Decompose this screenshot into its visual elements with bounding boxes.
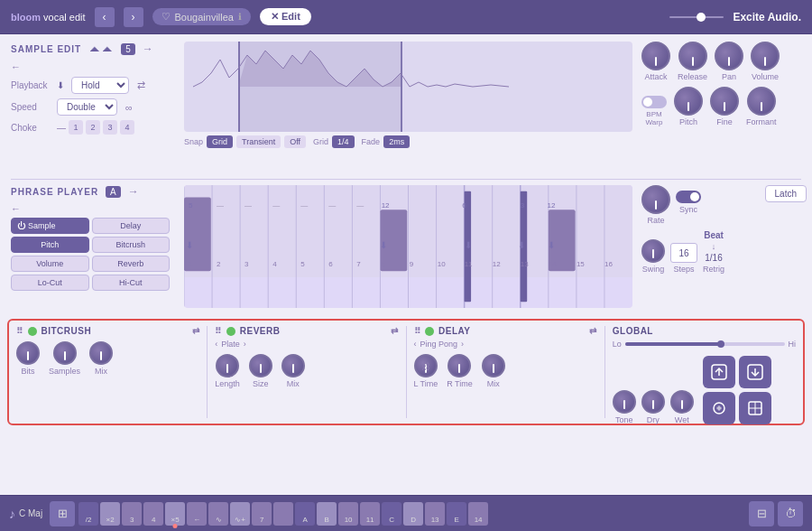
note-key-3[interactable]: 3 bbox=[122, 502, 142, 526]
note-key-plus[interactable]: ∿+ bbox=[230, 502, 250, 526]
reverb-active-dot[interactable] bbox=[226, 327, 235, 336]
delay-mix-knob[interactable] bbox=[482, 354, 505, 377]
delay-next-btn[interactable]: › bbox=[461, 340, 464, 349]
note-key-div2[interactable]: /2 bbox=[78, 502, 98, 526]
global-slider-thumb[interactable] bbox=[717, 340, 724, 348]
transient-snap-btn[interactable]: Transient bbox=[236, 135, 281, 148]
bitcrush-dots: ⠿ bbox=[16, 326, 23, 336]
playback-down-icon: ⬇ bbox=[57, 80, 64, 90]
note-key-C[interactable]: C bbox=[382, 502, 401, 526]
global-icon-2[interactable] bbox=[739, 356, 771, 388]
phrase-hicut-btn[interactable]: Hi-Cut bbox=[92, 275, 171, 291]
delay-settings-icon[interactable]: ⇄ bbox=[589, 326, 597, 336]
wet-knob[interactable] bbox=[670, 390, 694, 414]
formant-label: Formant bbox=[746, 117, 777, 126]
sample-arrow-right[interactable]: → bbox=[143, 42, 153, 55]
note-key-E[interactable]: E bbox=[447, 502, 466, 526]
edit-button[interactable]: ✕ Edit bbox=[260, 8, 311, 25]
delay-prev-btn[interactable]: ‹ bbox=[414, 340, 417, 349]
phrase-sample-btn[interactable]: ⏻ Sample bbox=[11, 218, 89, 234]
note-key-7[interactable]: 7 bbox=[252, 502, 272, 526]
phrase-delay-btn[interactable]: Delay bbox=[92, 218, 171, 234]
swing-knob[interactable] bbox=[641, 239, 665, 263]
bits-knob[interactable] bbox=[16, 341, 40, 365]
phrase-reverb-btn[interactable]: Reverb bbox=[92, 256, 171, 272]
choke-4[interactable]: 4 bbox=[120, 120, 134, 135]
phrase-bitcrush-btn[interactable]: Bitcrush bbox=[92, 237, 171, 253]
reverb-size-knob[interactable] bbox=[249, 354, 272, 377]
fine-knob[interactable] bbox=[710, 87, 739, 116]
reverb-length-knob[interactable] bbox=[216, 354, 239, 377]
sync-toggle[interactable] bbox=[676, 191, 701, 203]
note-key-A[interactable]: A bbox=[295, 502, 315, 526]
phrase-pitch-btn[interactable]: Pitch bbox=[11, 237, 89, 253]
svg-text:1: 1 bbox=[189, 260, 193, 268]
global-icon-4[interactable] bbox=[739, 392, 771, 424]
pan-knob[interactable] bbox=[715, 42, 743, 70]
fade-value-btn[interactable]: 2ms bbox=[383, 135, 410, 148]
note-key-x5[interactable]: ×5 bbox=[165, 502, 185, 526]
master-slider[interactable] bbox=[669, 16, 724, 18]
note-key-11[interactable]: 11 bbox=[360, 502, 380, 526]
formant-knob[interactable] bbox=[747, 87, 776, 116]
bpm-warp-toggle[interactable] bbox=[641, 96, 667, 108]
global-slider[interactable] bbox=[625, 342, 785, 346]
grid-icon[interactable]: ⊞ bbox=[50, 501, 75, 526]
phrase-volume-btn[interactable]: Volume bbox=[11, 256, 89, 272]
svg-text:6: 6 bbox=[462, 201, 466, 210]
release-knob[interactable] bbox=[678, 42, 707, 70]
grid-value-btn[interactable]: 1/4 bbox=[332, 135, 355, 148]
note-key-B[interactable]: B bbox=[317, 502, 337, 526]
arrow-left-icon[interactable]: ← bbox=[11, 61, 21, 72]
tone-knob[interactable] bbox=[613, 390, 636, 414]
global-icon-3[interactable] bbox=[703, 392, 735, 424]
speed-dropdown[interactable]: DoubleHalfNormal bbox=[57, 98, 117, 116]
note-key-8[interactable] bbox=[273, 502, 293, 526]
phrase-player-section: PHRASE PLAYER A → ← ⏻ Sample Delay Pitch… bbox=[0, 180, 812, 313]
choke-3[interactable]: 3 bbox=[103, 120, 117, 135]
loop-icon[interactable]: ∞ bbox=[125, 102, 133, 113]
nav-forward-button[interactable]: › bbox=[124, 7, 143, 27]
note-key-4[interactable]: 4 bbox=[143, 502, 163, 526]
samples-knob[interactable] bbox=[53, 341, 77, 365]
pitch-knob[interactable] bbox=[674, 87, 703, 116]
phrase-arrow-right[interactable]: → bbox=[128, 185, 139, 198]
pitch-knob-group: Pitch bbox=[674, 87, 703, 126]
bitcrush-active-dot[interactable] bbox=[28, 327, 37, 336]
reverb-next-btn[interactable]: › bbox=[244, 340, 246, 349]
grid-snap-btn[interactable]: Grid bbox=[207, 135, 233, 148]
reverb-mix-knob[interactable] bbox=[281, 354, 305, 377]
latch-button[interactable]: Latch bbox=[765, 185, 807, 202]
note-key-arrow-left[interactable]: ← bbox=[187, 502, 207, 526]
note-key-2[interactable]: ×2 bbox=[100, 502, 120, 526]
attack-knob[interactable] bbox=[641, 42, 670, 70]
note-key-squiggle[interactable]: ∿ bbox=[208, 502, 228, 526]
clock-icon[interactable]: ⏱ bbox=[778, 501, 803, 526]
choke-1[interactable]: 1 bbox=[69, 120, 83, 135]
playback-dropdown[interactable]: HoldGateToggle bbox=[71, 77, 129, 94]
svg-text:4: 4 bbox=[272, 260, 277, 268]
note-key-10[interactable]: 10 bbox=[338, 502, 358, 526]
volume-knob[interactable] bbox=[751, 42, 780, 70]
rate-knob[interactable] bbox=[641, 185, 670, 214]
phrase-locut-btn[interactable]: Lo-Cut bbox=[11, 275, 89, 291]
steps-input[interactable] bbox=[670, 243, 697, 263]
delay-active-dot[interactable] bbox=[425, 327, 434, 336]
off-snap-btn[interactable]: Off bbox=[284, 135, 306, 148]
delay-rtime-knob[interactable] bbox=[448, 354, 471, 377]
save-icon[interactable]: ⊟ bbox=[749, 501, 774, 526]
nav-back-button[interactable]: ‹ bbox=[95, 7, 115, 27]
note-key-13[interactable]: 13 bbox=[425, 502, 445, 526]
note-key-14[interactable]: 14 bbox=[468, 502, 488, 526]
bitcrush-settings-icon[interactable]: ⇄ bbox=[192, 326, 200, 336]
phrase-arrow-left[interactable]: ← bbox=[11, 203, 170, 214]
global-icon-1[interactable] bbox=[703, 356, 735, 388]
note-key-D[interactable]: D bbox=[403, 502, 423, 526]
bitcrush-mix-knob[interactable] bbox=[89, 341, 113, 365]
dry-knob[interactable] bbox=[641, 390, 665, 414]
swap-icon[interactable]: ⇄ bbox=[137, 79, 145, 91]
reverb-settings-icon[interactable]: ⇄ bbox=[391, 326, 399, 336]
choke-2[interactable]: 2 bbox=[86, 120, 100, 135]
reverb-prev-btn[interactable]: ‹ bbox=[215, 340, 217, 349]
svg-text:—: — bbox=[245, 201, 252, 210]
